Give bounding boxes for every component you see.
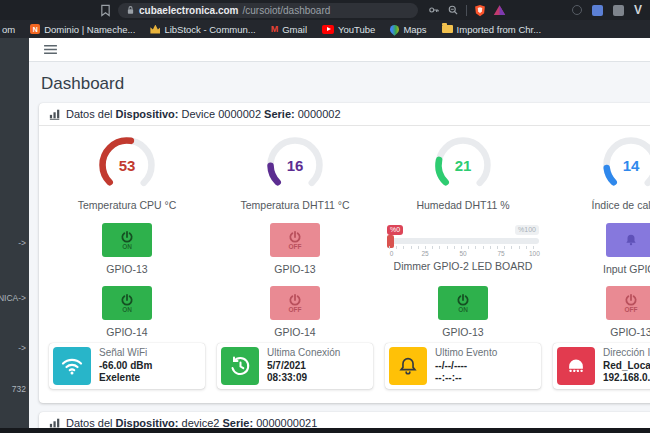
lock-icon: [126, 5, 135, 15]
browser-menu-button[interactable]: V: [634, 4, 642, 16]
gpio13-input-switch-off-cell: OFF GPIO-13: [553, 286, 650, 338]
gpio-label: GPIO-14: [106, 326, 147, 338]
info-line2: Exelente: [99, 372, 152, 385]
header-text: Datos del Dispositivo: Device 0000002 Se…: [66, 108, 341, 120]
gpio14-off-button[interactable]: OFF: [270, 286, 320, 320]
info-title: Ultimo Evento: [435, 347, 497, 360]
bell-icon: [389, 347, 427, 385]
gauge-indice-calor: 14 Índice de calor D: [553, 132, 650, 218]
gpio-label: GPIO-13: [274, 263, 315, 275]
hamburger-menu-icon[interactable]: [43, 44, 58, 55]
gpio13-dimmer-switch-on-cell: ON GPIO-13: [385, 286, 541, 338]
power-icon: [288, 230, 302, 244]
bookmark-item-dominio[interactable]: NDominio | Nameche...: [30, 24, 135, 35]
bell-icon: [624, 233, 638, 247]
tick-label: 0: [390, 250, 394, 257]
device1-card-body: 53 Temperatura CPU °C 16 Temperatura DHT…: [39, 126, 650, 403]
gpio14-switch-off-cell: OFF GPIO-14: [217, 286, 373, 338]
info-box-ip-address: Dirección IP Red_Local 192.168.0.19: [553, 343, 650, 389]
address-bar-icons: [428, 4, 506, 17]
brave-shield-icon[interactable]: [474, 4, 486, 17]
app-window: -> NICA-> -> 732 Dashboard Datos del Dis…: [0, 38, 650, 428]
gmail-icon: M: [271, 24, 279, 34]
extension-gray-icon[interactable]: [613, 5, 624, 16]
bookmark-item-imported[interactable]: Imported from Chr...: [442, 24, 541, 35]
gauge-value: 14: [600, 157, 650, 174]
sidebar-item[interactable]: ->: [18, 343, 26, 353]
content-area: Dashboard Datos del Dispositivo: Device …: [29, 62, 650, 433]
dimmer-slider[interactable]: %0 %100 0 25 50 75: [387, 225, 539, 258]
url-bar[interactable]: cubaelectronica.com/cursoiot/dashboard: [118, 3, 418, 18]
bookmark-label: Dominio | Nameche...: [44, 24, 135, 35]
bookmark-label: om: [2, 24, 15, 35]
gpio-label: GPIO-13: [610, 326, 650, 338]
bookmark-label: Maps: [403, 24, 426, 35]
bottom-edge: [0, 428, 650, 433]
network-icon: [557, 347, 595, 385]
gpio-label: GPIO-13: [442, 326, 483, 338]
switch-state-label: ON: [458, 306, 468, 313]
bookmark-label: Gmail: [282, 24, 307, 35]
gpio13-on-button[interactable]: ON: [102, 223, 152, 257]
gpio13-switch-off-cell: OFF GPIO-13: [217, 223, 373, 281]
wifi-icon: [53, 347, 91, 385]
slider-value-bubble: %0: [387, 225, 403, 235]
input-gpio-cell: Input GPIO-: [553, 223, 650, 281]
info-box-last-event: Ultimo Evento --/--/---- --:--:--: [385, 343, 541, 389]
page-title: Dashboard: [41, 74, 650, 94]
switch-state-label: OFF: [625, 306, 638, 313]
gpio13-off-button[interactable]: OFF: [270, 223, 320, 257]
gauge-label: Temperatura CPU °C: [78, 199, 177, 211]
info-line2: 192.168.0.19: [603, 372, 650, 385]
device1-card-header: Datos del Dispositivo: Device 0000002 Se…: [39, 103, 650, 126]
device1-card: Datos del Dispositivo: Device 0000002 Se…: [39, 103, 650, 403]
sidebar-item[interactable]: ->: [18, 238, 26, 248]
top-navbar: [29, 38, 650, 62]
info-line1: Red_Local: [603, 360, 650, 373]
screen: cubaelectronica.com/cursoiot/dashboard V…: [0, 0, 650, 433]
namecheap-icon: N: [30, 24, 40, 34]
history-icon: [221, 347, 259, 385]
power-icon: [120, 230, 134, 244]
info-title: Ultima Conexión: [267, 347, 340, 360]
bookmark-item-gmail[interactable]: MGmail: [271, 24, 307, 35]
dimmer-label: Dimmer GPIO-2 LED BOARD: [385, 260, 541, 272]
tick-label: 50: [459, 250, 466, 257]
tick-label: 100: [529, 250, 540, 257]
bar-chart-icon: [49, 108, 61, 120]
tick-label: 25: [421, 250, 428, 257]
bookmark-ribbon-icon[interactable]: [100, 4, 111, 17]
slider-track[interactable]: [387, 238, 539, 244]
gauge-temperatura-dht11: 16 Temperatura DHT11 °C: [217, 132, 373, 218]
info-line2: --:--:--: [435, 372, 497, 385]
gpio-label: GPIO-13: [106, 263, 147, 275]
warning-triangle-extension-icon[interactable]: [493, 4, 506, 16]
gauge-label: Temperatura DHT11 °C: [240, 199, 349, 211]
key-icon[interactable]: [428, 4, 440, 16]
gpio13-switch-on-cell: ON GPIO-13: [49, 223, 205, 281]
input-gpio-label: Input GPIO-: [603, 263, 650, 275]
zoom-icon[interactable]: [447, 4, 459, 16]
bookmark-item-maps[interactable]: Maps: [390, 24, 426, 35]
gauge-label: Humedad DHT11 %: [416, 199, 509, 211]
tick-label: 75: [497, 250, 504, 257]
input-gpio-button[interactable]: [606, 223, 650, 257]
power-icon: [120, 293, 134, 307]
maps-pin-icon: [389, 23, 402, 36]
sync-icon[interactable]: [572, 5, 582, 15]
libstock-icon: [150, 25, 160, 34]
gpio13-on-button[interactable]: ON: [438, 286, 488, 320]
bookmark-item[interactable]: om: [2, 24, 15, 35]
switch-state-label: OFF: [289, 306, 302, 313]
switch-state-label: ON: [122, 306, 132, 313]
extension-blue-icon[interactable]: [592, 5, 603, 16]
switch-state-label: OFF: [289, 243, 302, 250]
slider-tick-labels: 0 25 50 75 100: [387, 250, 539, 258]
bookmark-item-youtube[interactable]: YouTube: [322, 24, 375, 35]
sidebar-item[interactable]: NICA->: [0, 293, 26, 303]
gpio14-on-button[interactable]: ON: [102, 286, 152, 320]
gpio13-off-button[interactable]: OFF: [606, 286, 650, 320]
bookmark-item-libstock[interactable]: LibStock - Commun...: [150, 24, 255, 35]
info-title: Señal WiFi: [99, 347, 152, 360]
sidebar-item[interactable]: 732: [12, 384, 26, 394]
